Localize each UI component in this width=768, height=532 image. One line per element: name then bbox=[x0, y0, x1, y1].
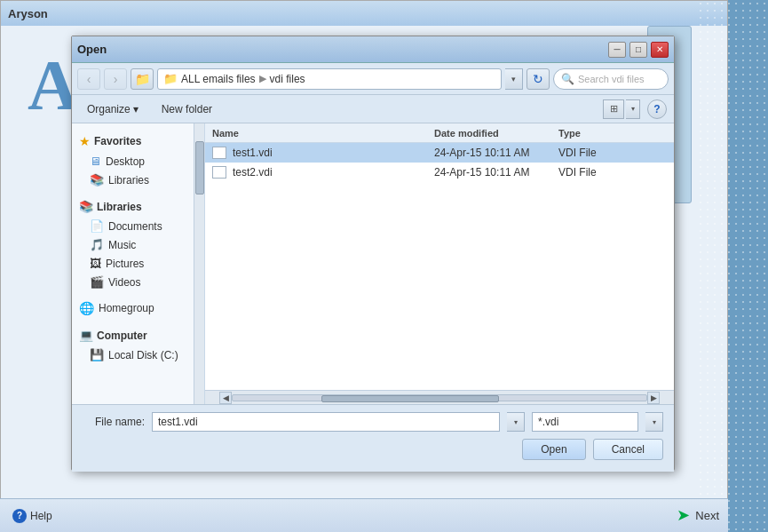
folder-icon: 📁 bbox=[135, 72, 150, 86]
path-part1: ALL emails files bbox=[181, 73, 256, 85]
dialog-help-button[interactable]: ? bbox=[647, 99, 667, 119]
desktop-label: Desktop bbox=[106, 155, 145, 168]
file-icon-1 bbox=[212, 166, 226, 179]
toolbar: Organize ▾ New folder ⊞ ▾ ? bbox=[72, 95, 674, 123]
sidebar-item-videos[interactable]: 🎬 Videos bbox=[72, 273, 204, 291]
bg-titlebar: Aryson bbox=[1, 1, 727, 26]
cancel-button[interactable]: Cancel bbox=[593, 439, 663, 460]
path-separator: ▶ bbox=[259, 73, 266, 84]
view-buttons: ⊞ ▾ bbox=[603, 99, 640, 119]
help-button[interactable]: ? Help bbox=[7, 506, 58, 526]
file-name-text-0: test1.vdi bbox=[233, 147, 273, 159]
col-header-name[interactable]: Name bbox=[205, 128, 427, 139]
localdisk-icon: 💾 bbox=[90, 348, 104, 361]
next-label: Next bbox=[695, 509, 719, 522]
file-list: Name Date modified Type test1.vdi 24-Apr… bbox=[205, 123, 674, 390]
sidebar-item-documents[interactable]: 📄 Documents bbox=[72, 217, 204, 235]
file-row-0[interactable]: test1.vdi 24-Apr-15 10:11 AM VDI File bbox=[205, 143, 674, 163]
h-scroll-left[interactable]: ◀ bbox=[219, 392, 232, 404]
videos-icon: 🎬 bbox=[90, 275, 104, 289]
search-icon: 🔍 bbox=[561, 73, 574, 85]
documents-icon: 📄 bbox=[90, 219, 104, 233]
file-icon-0 bbox=[212, 147, 226, 159]
file-type-1: VDI File bbox=[551, 166, 674, 179]
search-placeholder: Search vdi files bbox=[578, 74, 645, 84]
libraries-section: 📚 Libraries 📄 Documents 🎵 Music 🖼 Pictur… bbox=[72, 196, 204, 291]
help-label: Help bbox=[30, 510, 52, 522]
cancel-button-label: Cancel bbox=[612, 443, 645, 456]
computer-icon: 💻 bbox=[79, 329, 93, 342]
forward-button[interactable]: › bbox=[104, 68, 127, 90]
file-row-1[interactable]: test2.vdi 24-Apr-15 10:11 AM VDI File bbox=[205, 163, 674, 182]
pictures-icon: 🖼 bbox=[90, 257, 101, 270]
libraries-fav-icon: 📚 bbox=[90, 173, 104, 187]
path-folder-icon: 📁 bbox=[163, 72, 178, 85]
computer-header[interactable]: 💻 Computer bbox=[72, 325, 204, 345]
next-button-area[interactable]: ➤ Next bbox=[677, 498, 719, 532]
file-type-0: VDI File bbox=[551, 147, 674, 159]
view-icon-button[interactable]: ⊞ bbox=[603, 99, 624, 119]
close-button[interactable]: ✕ bbox=[651, 42, 669, 58]
sidebar-scrollbar[interactable] bbox=[194, 123, 204, 404]
open-button[interactable]: Open bbox=[522, 439, 585, 460]
minimize-button[interactable]: ─ bbox=[608, 42, 626, 58]
content-area: ★ Favorites 🖥 Desktop 📚 Libraries 📚 Libr… bbox=[72, 123, 674, 404]
bg-dots-decoration bbox=[697, 0, 768, 532]
scrollbar-thumb bbox=[195, 141, 204, 195]
filename-input[interactable] bbox=[152, 412, 500, 432]
up-button[interactable]: 📁 bbox=[131, 68, 154, 90]
path-part2: vdi files bbox=[270, 73, 305, 85]
open-dialog: Open ─ □ ✕ ‹ › 📁 📁 ALL emails files ▶ vd… bbox=[71, 36, 675, 471]
sidebar-item-music[interactable]: 🎵 Music bbox=[72, 235, 204, 254]
open-button-label: Open bbox=[541, 443, 566, 456]
horizontal-scrollbar[interactable]: ◀ ▶ bbox=[205, 390, 674, 404]
computer-label: Computer bbox=[97, 330, 147, 342]
bottom-bar: ? Help ➤ Next bbox=[0, 498, 728, 532]
pictures-label: Pictures bbox=[106, 258, 144, 270]
view-dropdown-button[interactable]: ▾ bbox=[626, 99, 640, 119]
col-header-date[interactable]: Date modified bbox=[427, 128, 551, 139]
file-name-0: test1.vdi bbox=[205, 147, 427, 159]
h-scroll-right[interactable]: ▶ bbox=[647, 392, 660, 404]
search-box[interactable]: 🔍 Search vdi files bbox=[553, 68, 669, 90]
libraries-label: Libraries bbox=[97, 201, 142, 213]
h-scroll-thumb bbox=[321, 395, 499, 402]
favorites-label: Favorites bbox=[94, 135, 141, 147]
file-name-1: test2.vdi bbox=[205, 166, 427, 179]
col-header-type[interactable]: Type bbox=[551, 128, 674, 139]
bg-app-title: Aryson bbox=[8, 7, 48, 20]
favorites-header[interactable]: ★ Favorites bbox=[72, 131, 204, 152]
sidebar-item-libraries-fav[interactable]: 📚 Libraries bbox=[72, 171, 204, 189]
filename-label: File name: bbox=[83, 416, 145, 428]
localdisk-label: Local Disk (C:) bbox=[108, 349, 178, 361]
dialog-title: Open bbox=[77, 43, 107, 56]
file-area: Name Date modified Type test1.vdi 24-Apr… bbox=[205, 123, 674, 404]
titlebar-buttons: ─ □ ✕ bbox=[608, 42, 669, 58]
filetype-dropdown[interactable]: ▾ bbox=[645, 412, 663, 432]
address-dropdown[interactable]: ▾ bbox=[505, 68, 523, 90]
sidebar: ★ Favorites 🖥 Desktop 📚 Libraries 📚 Libr… bbox=[72, 123, 205, 404]
address-path[interactable]: 📁 ALL emails files ▶ vdi files bbox=[157, 68, 502, 90]
file-name-text-1: test2.vdi bbox=[233, 166, 273, 179]
homegroup-icon: 🌐 bbox=[79, 301, 94, 315]
back-button[interactable]: ‹ bbox=[77, 68, 100, 90]
libraries-header[interactable]: 📚 Libraries bbox=[72, 196, 204, 217]
sidebar-item-desktop[interactable]: 🖥 Desktop bbox=[72, 152, 204, 171]
maximize-button[interactable]: □ bbox=[629, 42, 647, 58]
music-label: Music bbox=[108, 239, 136, 251]
filetype-input[interactable] bbox=[532, 412, 638, 432]
sidebar-item-localdisk[interactable]: 💾 Local Disk (C:) bbox=[72, 345, 204, 364]
dialog-titlebar: Open ─ □ ✕ bbox=[72, 36, 674, 63]
organize-arrow-icon: ▾ bbox=[133, 103, 139, 115]
new-folder-label: New folder bbox=[162, 103, 212, 115]
filename-dropdown[interactable]: ▾ bbox=[507, 412, 525, 432]
organize-button[interactable]: Organize ▾ bbox=[79, 99, 146, 120]
favorites-section: ★ Favorites 🖥 Desktop 📚 Libraries bbox=[72, 131, 204, 189]
sidebar-item-pictures[interactable]: 🖼 Pictures bbox=[72, 254, 204, 273]
go-button[interactable]: ↻ bbox=[527, 68, 550, 90]
new-folder-button[interactable]: New folder bbox=[154, 99, 220, 120]
filename-bar: File name: ▾ ▾ Open Cancel bbox=[72, 404, 674, 472]
computer-section: 💻 Computer 💾 Local Disk (C:) bbox=[72, 325, 204, 364]
favorites-star-icon: ★ bbox=[79, 134, 91, 148]
sidebar-item-homegroup[interactable]: 🌐 Homegroup bbox=[72, 298, 204, 318]
